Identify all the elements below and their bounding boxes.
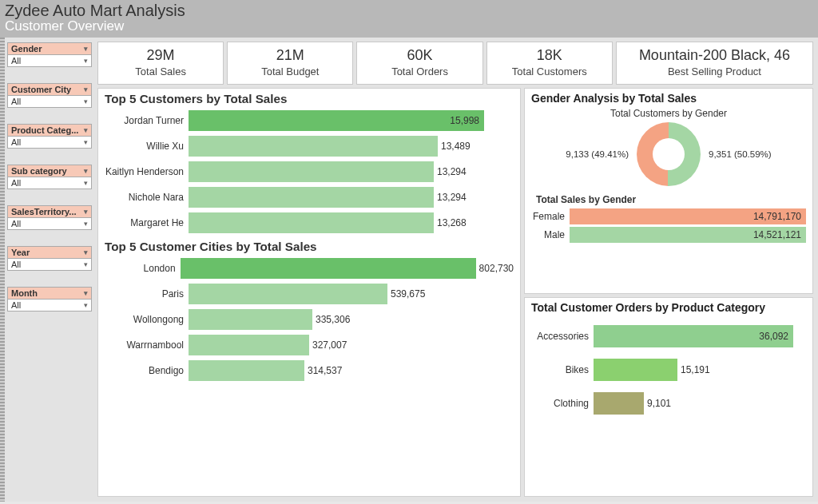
chevron-down-icon: ▾ <box>84 260 88 268</box>
kpi-card[interactable]: 29MTotal Sales <box>97 42 224 85</box>
slicer-header[interactable]: SalesTerritory...▾ <box>7 205 92 218</box>
slicer-value[interactable]: All▾ <box>7 218 92 230</box>
bar <box>189 161 434 182</box>
slicer-customer-city[interactable]: Customer City▾All▾ <box>7 83 92 108</box>
slicer-label: Year <box>11 248 30 257</box>
bar-row: Willie Xu13,489 <box>105 136 514 157</box>
chevron-down-icon: ▾ <box>84 45 88 53</box>
slicer-value[interactable]: All▾ <box>7 96 92 108</box>
bar: 36,092 <box>594 325 793 347</box>
top-cities-title: Top 5 Customer Cities by Total Sales <box>105 240 514 253</box>
slicer-month[interactable]: Month▾All▾ <box>7 287 92 312</box>
bar-value: 15,191 <box>681 364 710 375</box>
slicer-year[interactable]: Year▾All▾ <box>7 246 92 271</box>
chevron-down-icon: ▾ <box>84 167 88 175</box>
slicer-label: Sub category <box>11 166 67 176</box>
left-charts-panel: Top 5 Customers by Total Sales Jordan Tu… <box>97 88 521 497</box>
bar-row: Kaitlyn Henderson13,294 <box>105 161 514 182</box>
bar-value: 539,675 <box>391 288 425 300</box>
chevron-down-icon: ▾ <box>84 85 88 93</box>
bar-label: Bendigo <box>105 365 189 376</box>
bar-value: 13,294 <box>437 192 467 203</box>
kpi-value: Mountain-200 Black, 46 <box>620 47 809 64</box>
bar-label: Willie Xu <box>105 141 189 152</box>
kpi-value: 21M <box>231 47 349 64</box>
kpi-label: Total Customers <box>490 65 609 77</box>
bar-row: Wollongong335,306 <box>105 309 514 330</box>
bar-row: Bikes15,191 <box>531 359 806 381</box>
bar-label: Accessories <box>531 331 594 342</box>
report-header: Zydee Auto Mart Analysis Customer Overvi… <box>0 0 818 38</box>
slicer-header[interactable]: Month▾ <box>7 287 92 300</box>
slicer-header[interactable]: Sub category▾ <box>7 165 92 177</box>
bar-value: 36,092 <box>759 331 788 342</box>
slicer-label: Product Categ... <box>11 125 78 135</box>
gender-panel: Gender Analysis by Total Sales Total Cus… <box>524 88 813 294</box>
kpi-label: Total Orders <box>360 65 478 77</box>
bar-label: London <box>105 263 181 274</box>
bar <box>189 360 304 381</box>
chevron-down-icon: ▾ <box>84 248 88 256</box>
slicer-value[interactable]: All▾ <box>7 259 92 271</box>
gender-sales-chart[interactable]: Female 14,791,170 Male 14,521,121 <box>531 208 806 243</box>
bar <box>189 309 312 330</box>
kpi-card[interactable]: 60KTotal Orders <box>356 42 482 85</box>
bar-value: 327,007 <box>312 339 347 351</box>
slicer-value[interactable]: All▾ <box>7 137 92 149</box>
gender-title: Gender Analysis by Total Sales <box>531 92 806 105</box>
bar-row: Paris539,675 <box>105 284 514 304</box>
slicer-selected: All <box>11 178 21 188</box>
bar <box>189 136 438 157</box>
bar-row: Jordan Turner15,998 <box>105 110 514 131</box>
kpi-label: Best Selling Product <box>620 65 809 77</box>
bar-label: Paris <box>105 288 189 300</box>
bar-label: Nichole Nara <box>105 192 189 203</box>
bar-row: London802,730 <box>105 258 514 279</box>
report-title: Zydee Auto Mart Analysis <box>5 2 813 20</box>
kpi-card[interactable]: Mountain-200 Black, 46Best Selling Produ… <box>616 42 813 85</box>
report-subtitle: Customer Overview <box>5 18 813 34</box>
slicer-product-categ-[interactable]: Product Categ...▾All▾ <box>7 124 92 149</box>
slicer-value[interactable]: All▾ <box>7 300 92 312</box>
slicer-value[interactable]: All▾ <box>7 177 92 189</box>
bar-value: 15,998 <box>450 115 479 126</box>
top-customers-chart[interactable]: Jordan Turner15,998Willie Xu13,489Kaitly… <box>105 110 514 233</box>
chevron-down-icon: ▾ <box>84 220 88 228</box>
slicer-header[interactable]: Customer City▾ <box>7 83 92 96</box>
slicer-header[interactable]: Gender▾ <box>7 42 92 55</box>
chevron-down-icon: ▾ <box>84 179 88 187</box>
slicer-gender[interactable]: Gender▾All▾ <box>7 42 92 67</box>
category-chart[interactable]: Accessories36,092Bikes15,191Clothing9,10… <box>531 325 806 415</box>
bar-label: Clothing <box>531 398 594 409</box>
bar-label: Margaret He <box>105 217 189 228</box>
top-cities-chart[interactable]: London802,730Paris539,675Wollongong335,3… <box>105 258 514 381</box>
slicer-label: Customer City <box>11 85 71 94</box>
bar-value: 9,101 <box>647 398 671 409</box>
kpi-value: 18K <box>490 47 609 64</box>
donut-title: Total Customers by Gender <box>531 108 806 119</box>
bar <box>181 258 476 279</box>
slicer-salesterritory-[interactable]: SalesTerritory...▾All▾ <box>7 205 92 230</box>
slicer-selected: All <box>11 56 21 65</box>
chevron-down-icon: ▾ <box>84 301 88 309</box>
kpi-row: 29MTotal Sales21MTotal Budget60KTotal Or… <box>94 38 818 88</box>
category-title: Total Customer Orders by Product Categor… <box>531 301 806 314</box>
chevron-down-icon: ▾ <box>84 289 88 297</box>
kpi-card[interactable]: 21MTotal Budget <box>227 42 353 85</box>
gender-donut-chart[interactable]: 9,133 (49.41%) 9,351 (50.59%) <box>531 122 806 186</box>
bar-value: 335,306 <box>316 314 350 325</box>
slicer-selected: All <box>11 260 21 269</box>
kpi-value: 60K <box>360 47 478 64</box>
chevron-down-icon: ▾ <box>84 208 88 216</box>
slicer-value[interactable]: All▾ <box>7 55 92 67</box>
slicer-sub-category[interactable]: Sub category▾All▾ <box>7 165 92 189</box>
bar <box>189 187 434 208</box>
kpi-card[interactable]: 18KTotal Customers <box>486 42 613 85</box>
donut-right-label: 9,351 (50.59%) <box>709 149 772 159</box>
slicer-header[interactable]: Product Categ...▾ <box>7 124 92 137</box>
bar-value: 13,489 <box>441 141 471 152</box>
slicer-header[interactable]: Year▾ <box>7 246 92 259</box>
top-customers-title: Top 5 Customers by Total Sales <box>105 92 514 105</box>
chevron-down-icon: ▾ <box>84 126 88 134</box>
bar-row: Bendigo314,537 <box>105 360 514 381</box>
